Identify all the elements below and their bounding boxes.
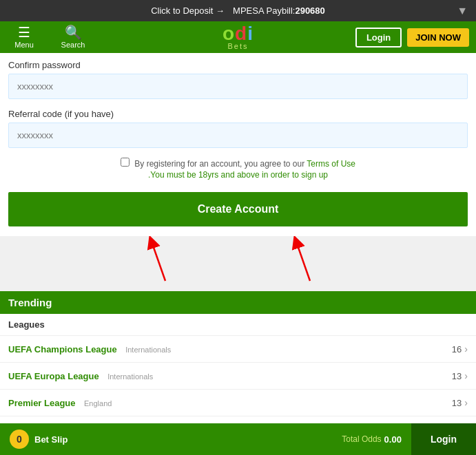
league-count-number: 13 — [452, 398, 462, 408]
league-count: 13 › — [452, 397, 468, 408]
terms-checkbox[interactable] — [121, 158, 130, 167]
terms-link[interactable]: Terms of Use — [307, 159, 355, 169]
league-name: UEFA Europa League — [8, 371, 99, 381]
create-account-button[interactable]: Create Account — [8, 192, 468, 226]
league-region: Internationals — [125, 346, 171, 354]
referral-label: Referral code (if you have) — [8, 109, 468, 119]
paybill-number: 290680 — [295, 6, 324, 16]
chevron-right-icon: › — [464, 370, 468, 381]
svg-line-3 — [296, 242, 310, 281]
referral-input[interactable] — [8, 123, 468, 148]
trending-label: Trending — [8, 297, 52, 308]
menu-button[interactable]: ☰ Menu — [7, 25, 41, 49]
login-button[interactable]: Login — [355, 28, 402, 47]
league-row[interactable]: UEFA Europa League Internationals 13 › — [0, 363, 476, 390]
trending-section: Trending Leagues UEFA Champions League I… — [0, 291, 476, 443]
logo-text: odi — [223, 24, 253, 43]
league-count: 16 › — [452, 343, 468, 355]
join-button[interactable]: JOIN NOW — [407, 28, 469, 47]
league-name: Premier League — [8, 398, 76, 408]
svg-line-2 — [152, 242, 165, 281]
chevron-right-icon: › — [464, 397, 468, 408]
arrow-annotations — [0, 236, 476, 284]
search-icon: 🔍 — [65, 25, 82, 39]
league-info: UEFA Europa League Internationals — [8, 370, 153, 382]
arrows-svg — [0, 236, 476, 284]
main-content: Confirm password Referral code (if you h… — [0, 53, 476, 236]
league-count-number: 13 — [452, 371, 462, 381]
search-label: Search — [61, 41, 85, 49]
league-info: UEFA Champions League Internationals — [8, 343, 171, 355]
league-name: UEFA Champions League — [8, 344, 117, 355]
confirm-password-group: Confirm password — [8, 60, 468, 99]
terms-note: .You must be 18yrs and above in order to… — [8, 170, 468, 180]
mpesa-label: MPESA Paybill: — [233, 6, 295, 16]
confirm-password-label: Confirm password — [8, 60, 468, 70]
bottom-login-button[interactable]: Login — [411, 423, 476, 455]
total-odds-value: 0.00 — [384, 434, 402, 445]
bet-slip-label: Bet Slip — [34, 434, 68, 445]
bet-slip-area[interactable]: 0 Bet Slip — [0, 430, 332, 449]
deposit-text: Click to Deposit → — [151, 6, 225, 16]
league-info: Premier League England — [8, 396, 112, 409]
referral-code-group: Referral code (if you have) — [8, 109, 468, 148]
chevron-right-icon: › — [464, 343, 468, 355]
checkbox-text: By registering for an account, you agree… — [134, 159, 304, 169]
menu-label: Menu — [14, 41, 34, 49]
bottom-bar: 0 Bet Slip Total Odds 0.00 Login — [0, 423, 476, 455]
search-button[interactable]: 🔍 Search — [52, 25, 94, 49]
league-region: Internationals — [107, 372, 153, 381]
total-odds-label: Total Odds — [342, 434, 381, 444]
league-count-number: 16 — [452, 344, 462, 355]
top-banner: Click to Deposit → MPESA Paybill: 290680… — [0, 0, 476, 21]
trending-header: Trending — [0, 291, 476, 314]
leagues-label: Leagues — [8, 319, 45, 330]
header-right: Login JOIN NOW — [355, 28, 469, 47]
total-odds-area: Total Odds 0.00 — [332, 434, 411, 445]
league-row[interactable]: Premier League England 13 › — [0, 390, 476, 416]
dropdown-icon[interactable]: ▼ — [457, 5, 468, 17]
gray-gap — [0, 284, 476, 291]
league-row[interactable]: UEFA Champions League Internationals 16 … — [0, 336, 476, 363]
logo: odi Bets — [223, 24, 253, 50]
bet-slip-count: 0 — [10, 430, 29, 449]
leagues-header: Leagues — [0, 314, 476, 336]
league-count: 13 › — [452, 370, 468, 381]
header: ☰ Menu 🔍 Search odi Bets Login JOIN NOW — [0, 21, 476, 53]
logo-sub: Bets — [227, 42, 248, 50]
hamburger-icon: ☰ — [18, 25, 30, 39]
terms-area: By registering for an account, you agree… — [8, 158, 468, 180]
league-region: England — [84, 399, 112, 408]
confirm-password-input[interactable] — [8, 74, 468, 99]
